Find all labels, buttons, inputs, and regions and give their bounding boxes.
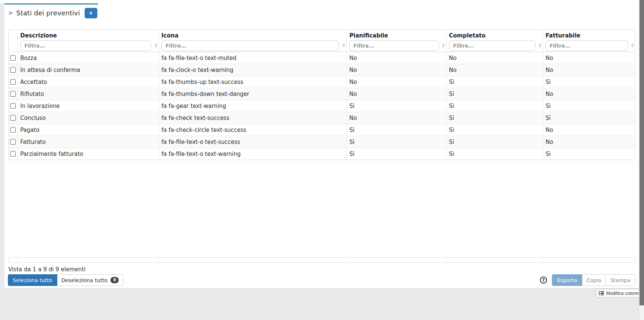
table-row[interactable]: Pagato fa fa-check-circle text-success S… — [9, 124, 635, 136]
cell-icona: fa fa-gear text-warning — [159, 100, 347, 112]
row-checkbox[interactable] — [10, 67, 16, 73]
vertical-scrollbar[interactable] — [639, 0, 644, 320]
row-checkbox[interactable] — [10, 139, 16, 145]
row-select-cell — [9, 64, 18, 76]
cell-completato: Sì — [446, 112, 543, 124]
cell-fatturabile: Sì — [543, 148, 635, 160]
page-title: Stati dei preventivi — [16, 9, 80, 17]
cell-fatturabile: No — [543, 88, 635, 100]
row-checkbox[interactable] — [10, 55, 16, 61]
filter-input-completato[interactable] — [449, 40, 535, 51]
cell-fatturabile: Sì — [543, 112, 635, 124]
columns-list-icon — [599, 291, 604, 296]
row-select-cell — [9, 136, 18, 148]
sort-desc-icon — [631, 46, 634, 48]
cell-pianificabile: Sì — [347, 136, 446, 148]
cell-fatturabile: Sì — [543, 100, 635, 112]
deselect-all-button[interactable]: Deseleziona tutto 0 — [57, 274, 124, 286]
print-button[interactable]: Stampa — [606, 274, 635, 286]
sort-desc-icon — [442, 46, 445, 48]
cell-completato: Sì — [446, 148, 543, 160]
filter-input-icona[interactable] — [161, 40, 339, 51]
filter-input-pianificabile[interactable] — [349, 40, 439, 51]
header-cell-pianificabile[interactable]: Pianificabile — [347, 30, 446, 52]
cell-pianificabile: Sì — [347, 124, 446, 136]
row-checkbox[interactable] — [10, 115, 16, 121]
table-row[interactable]: In lavorazione fa fa-gear text-warning S… — [9, 100, 635, 112]
sort-arrows — [154, 43, 157, 48]
cell-pianificabile: No — [347, 52, 446, 64]
table-row[interactable]: Fatturato fa fa-file-text-o text-success… — [9, 136, 635, 148]
cell-descrizione: In attesa di conferma — [18, 64, 159, 76]
row-select-cell — [9, 148, 18, 160]
cell-completato: Sì — [446, 76, 543, 88]
table-row[interactable]: Concluso fa fa-check text-success No Sì … — [9, 112, 635, 124]
row-select-cell — [9, 100, 18, 112]
cell-completato: Sì — [446, 88, 543, 100]
scrollbar-thumb[interactable] — [640, 0, 644, 305]
filter-input-fatturabile[interactable] — [546, 40, 628, 51]
sort-desc-icon — [342, 46, 345, 48]
sort-asc-icon — [631, 43, 634, 45]
cell-icona: fa fa-check-circle text-success — [159, 124, 347, 136]
sort-arrows — [442, 43, 445, 48]
row-checkbox[interactable] — [10, 79, 16, 85]
column-label: Fatturabile — [546, 32, 632, 40]
row-checkbox[interactable] — [10, 103, 16, 109]
sort-arrows — [538, 43, 541, 48]
selection-count-badge: 0 — [110, 277, 119, 283]
add-entry-button[interactable]: + — [85, 8, 97, 18]
sort-desc-icon — [154, 46, 157, 48]
table-row[interactable]: In attesa di conferma fa fa-clock-o text… — [9, 64, 635, 76]
sort-asc-icon — [442, 43, 445, 45]
row-select-cell — [9, 124, 18, 136]
content-card: > Stati dei preventivi + Descrizione Ico… — [4, 0, 639, 289]
table-header-row: Descrizione Icona Pianif — [9, 30, 635, 52]
selection-button-group: Seleziona tutto Deseleziona tutto 0 — [8, 274, 123, 286]
sort-asc-icon — [154, 43, 157, 45]
row-checkbox[interactable] — [10, 151, 16, 157]
table-row[interactable]: Rifiutato fa fa-thumbs-down text-danger … — [9, 88, 635, 100]
column-label: Icona — [161, 32, 344, 40]
sort-arrows — [342, 43, 345, 48]
edit-columns-label: Modifica colonne — [606, 291, 641, 296]
cell-completato: Sì — [446, 100, 543, 112]
sort-asc-icon — [342, 43, 345, 45]
row-select-cell — [9, 112, 18, 124]
collapse-chevron-icon[interactable]: > — [8, 10, 13, 16]
filter-input-descrizione[interactable] — [20, 40, 151, 51]
column-label: Completato — [449, 32, 540, 40]
cell-pianificabile: No — [347, 76, 446, 88]
row-select-cell — [9, 76, 18, 88]
cell-icona: fa fa-file-text-o text-success — [159, 136, 347, 148]
export-button[interactable]: Esporta — [552, 274, 582, 286]
table-row[interactable]: Bozza fa fa-file-text-o text-muted No No… — [9, 52, 635, 64]
cell-completato: Sì — [446, 136, 543, 148]
edit-columns-button[interactable]: Modifica colonne — [596, 289, 644, 298]
row-select-cell — [9, 88, 18, 100]
row-checkbox[interactable] — [10, 127, 16, 133]
deselect-all-label: Deseleziona tutto — [61, 277, 107, 283]
header-cell-fatturabile[interactable]: Fatturabile — [543, 30, 635, 52]
select-all-button[interactable]: Seleziona tutto — [8, 274, 57, 286]
active-tab-underline — [4, 3, 98, 4]
cell-descrizione: Parzialmente fatturato — [18, 148, 159, 160]
cell-fatturabile: No — [543, 52, 635, 64]
copy-button[interactable]: Copia — [582, 274, 606, 286]
cell-icona: fa fa-thumbs-up text-success — [159, 76, 347, 88]
cell-descrizione: Pagato — [18, 124, 159, 136]
cell-completato: Sì — [446, 124, 543, 136]
header-cell-completato[interactable]: Completato — [446, 30, 543, 52]
cell-fatturabile: Sì — [543, 76, 635, 88]
header-cell-icona[interactable]: Icona — [159, 30, 347, 52]
row-checkbox[interactable] — [10, 91, 16, 97]
header-cell-descrizione[interactable]: Descrizione — [18, 30, 159, 52]
cell-descrizione: Fatturato — [18, 136, 159, 148]
table-row[interactable]: Accettato fa fa-thumbs-up text-success N… — [9, 76, 635, 88]
cell-pianificabile: No — [347, 112, 446, 124]
data-table: Descrizione Icona Pianif — [8, 29, 635, 160]
table-row[interactable]: Parzialmente fatturato fa fa-file-text-o… — [9, 148, 635, 160]
column-label: Descrizione — [20, 32, 156, 40]
help-icon[interactable]: ? — [540, 277, 547, 284]
cell-descrizione: Bozza — [18, 52, 159, 64]
